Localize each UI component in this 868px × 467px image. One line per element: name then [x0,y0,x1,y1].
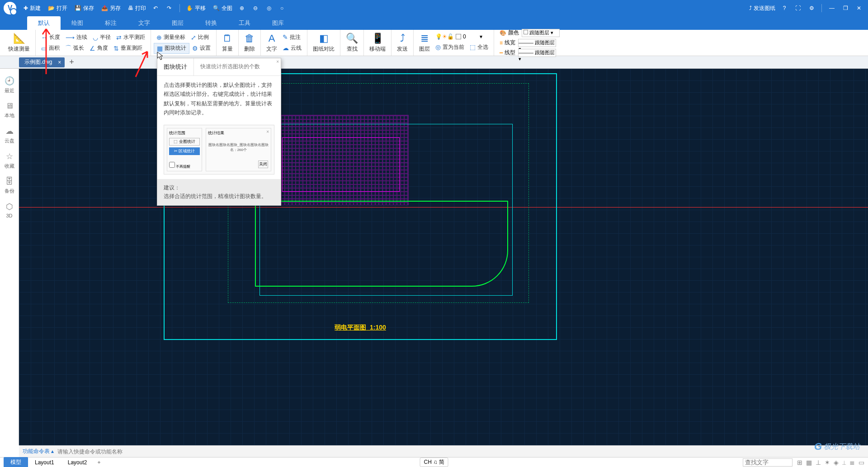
status-tab-layout1[interactable]: Layout1 [28,458,61,467]
scale-icon: ⤢ [191,34,196,41]
maximize-button[interactable]: ❐ [840,3,851,14]
menu-tab-convert[interactable]: 转换 [194,16,228,30]
status-tab-add[interactable]: + [94,458,104,467]
ribbon-scale[interactable]: ⤢比例 [188,32,212,43]
ime-indicator[interactable]: CH ♫ 简 [420,458,448,467]
lwt-icon[interactable]: ≣ [849,459,855,466]
ribbon-delete[interactable]: 🗑删除 [241,32,258,54]
layer-color-swatch[interactable] [456,34,461,39]
minimize-button[interactable]: — [826,3,837,14]
titlebar-print[interactable]: 🖶打印 [124,0,150,16]
menu-tab-layer[interactable]: 图层 [161,16,194,30]
sidebar-local[interactable]: 🖥本地 [0,98,19,123]
drawing-canvas[interactable]: 弱电平面图 1:100 [19,69,868,445]
titlebar-new[interactable]: ✚新建 [20,0,44,16]
undo-icon: ↶ [153,5,158,11]
menu-tab-draw[interactable]: 绘图 [61,16,94,30]
ribbon-select-all[interactable]: ⬚全选 [467,42,491,52]
grid-icon[interactable]: ▦ [806,459,812,466]
titlebar-zoom-window[interactable]: ◎ [263,0,277,16]
file-tab-add[interactable]: + [69,57,74,67]
prop-lineweight[interactable]: ≡线宽——— 跟随图层 ▾ [497,38,562,48]
ribbon-continuous[interactable]: ⟶连续 [63,32,90,43]
polar-icon[interactable]: ✶ [825,459,830,466]
file-tab-close[interactable]: × [58,59,61,66]
titlebar-saveas[interactable]: 📤另存 [98,0,124,16]
compare-icon: ◧ [319,33,329,44]
ribbon-text[interactable]: A文字 [264,32,280,54]
titlebar-open[interactable]: 📂打开 [44,0,71,16]
preview-full-btn: ⬚ 全图统计 [169,138,200,146]
titlebar-zoom-prev[interactable]: ○ [277,0,289,16]
help-button[interactable]: ? [779,3,790,14]
dropdown-icon[interactable]: ▾ [480,33,482,40]
titlebar-undo[interactable]: ↶ [150,0,163,16]
cube-icon: ⬡ [6,202,13,212]
minimize-icon: — [829,5,835,11]
ribbon-send[interactable]: ⤴发送 [394,32,410,54]
clock-icon: 🕘 [5,76,14,86]
menu-tab-library[interactable]: 图库 [261,16,295,30]
ribbon-set-current[interactable]: ◎置为当前 [433,42,467,52]
fullscreen-button[interactable]: ⛶ [793,3,803,14]
sidebar-backup[interactable]: 🗄备份 [0,173,19,198]
ribbon-arc[interactable]: ⌒弧长 [62,43,87,54]
gear-icon: ⚙ [192,45,198,52]
settings-button[interactable]: ⚙ [806,3,817,14]
status-search-input[interactable] [743,458,793,467]
mobile-icon: 📱 [372,33,384,44]
titlebar-zoom-in[interactable]: ⊕ [236,0,250,16]
sidebar-cloud[interactable]: ☁云盘 [0,123,19,148]
ribbon-compare[interactable]: ◧图纸对比 [310,32,337,54]
ribbon-annotate[interactable]: ✎批注 [280,32,304,42]
titlebar-send-drawing[interactable]: ⤴发送图纸 [745,0,779,16]
color-select[interactable]: 跟随图层 ▾ [522,29,560,37]
titlebar-zoom-out[interactable]: ⊖ [250,0,263,16]
ortho-icon[interactable]: ⊥ [816,459,821,466]
lw-select[interactable]: ——— 跟随图层 ▾ [518,39,556,47]
prop-color[interactable]: 🎨颜色跟随图层 ▾ [497,28,562,38]
ribbon-hdist[interactable]: ⇄水平测距 [113,32,148,43]
titlebar-pan[interactable]: ✋平移 [183,0,209,16]
prop-linetype[interactable]: ┅线型——— 跟随图层 ▾ [497,48,562,58]
menu-tab-tools[interactable]: 工具 [228,16,261,30]
ribbon-angle[interactable]: ∠角度 [87,43,111,54]
ribbon-coord[interactable]: ⊕测量坐标 [154,32,188,43]
status-tab-model[interactable]: 模型 [4,457,28,467]
snap-icon[interactable]: ⊞ [797,459,802,466]
command-label[interactable]: 功能命令表 ▴ [23,448,54,455]
ribbon-radius[interactable]: ◡半径 [90,32,113,43]
help-icon: ? [783,5,786,11]
title-bar: V ✚新建 📂打开 💾保存 📤另存 🖶打印 ↶ ↷ ✋平移 🔍全图 ⊕ ⊖ ◎ … [0,0,868,16]
dyn-icon[interactable]: ▭ [859,459,864,466]
titlebar-redo[interactable]: ↷ [163,0,177,16]
osnap-icon[interactable]: ◈ [834,459,839,466]
sidebar-recent[interactable]: 🕘最近 [0,72,19,98]
tooltip-preview: 统计范围× ⬚ 全图统计 ✂ 区域统计 不再提醒 统计结果× 图块名图块名图块_… [164,125,274,175]
command-input[interactable] [57,448,864,455]
ribbon-cloud[interactable]: ☁云线 [280,42,304,53]
archive-icon: 🗄 [5,177,14,186]
menu-tab-dimension[interactable]: 标注 [94,16,127,30]
sun-icon[interactable]: ☀ [442,33,447,40]
app-logo-icon[interactable]: V [4,2,16,14]
titlebar-save[interactable]: 💾保存 [71,0,98,16]
sidebar-fav[interactable]: ☆收藏 [0,148,19,173]
bulb-icon[interactable]: 💡 [435,33,442,40]
status-tab-layout2[interactable]: Layout2 [61,458,94,467]
folder-open-icon: 📂 [48,5,55,11]
ribbon-layer[interactable]: ≣图层 [416,32,433,54]
ribbon-calc[interactable]: 🗒算量 [219,32,236,54]
titlebar-zoom-extents[interactable]: 🔍全图 [209,0,236,16]
otrack-icon[interactable]: ⟂ [842,459,846,466]
lt-select[interactable]: ——— 跟随图层 ▾ [518,49,556,57]
ribbon-mobile[interactable]: 📱移动端 [367,32,388,54]
ribbon-quick-measure[interactable]: 📐 快速测量 [5,32,33,54]
lock-icon[interactable]: 🔓 [447,33,454,40]
sidebar-3d[interactable]: ⬡3D [0,198,19,222]
menu-tabs: 默认 绘图 标注 文字 图层 转换 工具 图库 [0,16,868,30]
ribbon-settings[interactable]: ⚙设置 [189,43,213,54]
close-button[interactable]: ✕ [854,3,864,14]
ribbon-find[interactable]: 🔍查找 [343,32,361,54]
menu-tab-text[interactable]: 文字 [127,16,161,30]
